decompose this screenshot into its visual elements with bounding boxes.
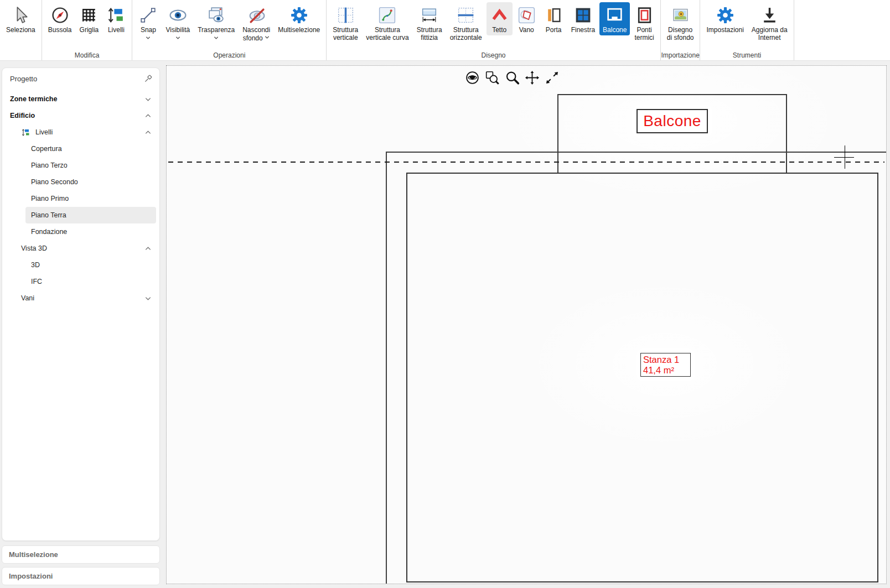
- chevron-down-icon[interactable]: [144, 294, 152, 303]
- ribbon-button-visibilita[interactable]: Visibilità: [162, 2, 193, 41]
- ribbon-group-label: Strumenti: [700, 51, 793, 59]
- view-fit-screen-button[interactable]: [544, 70, 560, 85]
- ribbon-button-label: Seleziona: [6, 27, 35, 34]
- chevron-down-icon[interactable]: [213, 35, 219, 40]
- ribbon-button-struttura-verticale-curva[interactable]: Struttura verticale curva: [363, 2, 412, 43]
- wall-curve-icon: [377, 4, 397, 25]
- tree-item-piano-primo[interactable]: Piano Primo: [2, 190, 159, 207]
- panel-multiselezione[interactable]: Multiselezione: [2, 545, 160, 564]
- door-icon: [544, 4, 563, 25]
- ribbon-button-nascondi-sfondo[interactable]: Nascondi sfondo: [239, 2, 273, 43]
- room-outline[interactable]: [406, 173, 878, 582]
- snap-icon: [138, 4, 158, 25]
- outer-wall-vertical[interactable]: [386, 152, 387, 584]
- balcony-label[interactable]: Balcone: [637, 109, 708, 133]
- ribbon-group-modifica: BussolaGrigliaLivelliModifica: [42, 0, 133, 60]
- pan-icon: [525, 70, 540, 85]
- tree-item-label: 3D: [31, 261, 40, 269]
- pin-icon[interactable]: [143, 74, 153, 84]
- level-dashed-line[interactable]: [168, 162, 884, 163]
- chevron-up-icon[interactable]: [144, 244, 152, 253]
- canvas-view-toolbar: [464, 70, 560, 85]
- tree-item-fondazione[interactable]: Fondazione: [2, 223, 159, 240]
- ribbon-button-tetto[interactable]: Tetto: [487, 2, 513, 35]
- drawing-canvas[interactable]: Balcone Stanza 1 41,4 m²: [166, 65, 887, 584]
- view-visibility-button[interactable]: [464, 70, 480, 85]
- ribbon-button-label: Multiselezione: [278, 27, 320, 34]
- wall-v-icon: [336, 4, 355, 25]
- ribbon-group-disegno: Struttura verticaleStruttura verticale c…: [327, 0, 661, 60]
- ribbon-button-porta[interactable]: Porta: [541, 2, 567, 35]
- chevron-down-icon[interactable]: [175, 35, 181, 40]
- ribbon-button-multiselezione[interactable]: Multiselezione: [275, 2, 323, 35]
- fit-screen-icon: [545, 70, 560, 85]
- ribbon-button-ponti-termici[interactable]: Ponti termici: [631, 2, 657, 43]
- ribbon-button-vano[interactable]: Vano: [514, 2, 540, 35]
- room-label[interactable]: Stanza 1 41,4 m²: [640, 353, 691, 377]
- tree-item-livelli[interactable]: Livelli: [2, 124, 159, 141]
- ribbon-button-trasparenza[interactable]: Trasparenza: [194, 2, 238, 41]
- chevron-up-icon[interactable]: [144, 112, 152, 120]
- tree-item-vista-3d[interactable]: Vista 3D: [2, 240, 159, 257]
- tree-item-piano-terzo[interactable]: Piano Terzo: [2, 157, 159, 174]
- ribbon-group: Seleziona: [0, 0, 42, 60]
- ribbon-button-seleziona[interactable]: Seleziona: [3, 2, 39, 35]
- panel-impostazioni[interactable]: Impostazioni: [2, 567, 160, 585]
- ribbon-button-label: Struttura orizzontale: [450, 27, 482, 41]
- thermal-icon: [635, 4, 654, 25]
- tree-item-edificio[interactable]: Edificio: [2, 107, 159, 124]
- outer-wall-horizontal[interactable]: [386, 152, 886, 153]
- view-zoom-selection-button[interactable]: [484, 70, 500, 85]
- chevron-down-icon[interactable]: [145, 35, 151, 40]
- ribbon-button-label: Griglia: [80, 27, 99, 34]
- ribbon-button-balcone[interactable]: Balcone: [599, 2, 630, 35]
- ribbon-button-label: Tetto: [492, 27, 506, 34]
- roof-icon: [490, 4, 509, 25]
- ribbon-button-impostazioni[interactable]: Impostazioni: [703, 2, 747, 35]
- panel-multiselezione-label: Multiselezione: [9, 550, 58, 559]
- tree-item-label: IFC: [31, 278, 42, 285]
- tree-item-piano-secondo[interactable]: Piano Secondo: [2, 174, 159, 190]
- tree-item-zone-termiche[interactable]: Zone termiche: [2, 91, 159, 107]
- ribbon-button-label: Porta: [546, 27, 562, 34]
- ribbon-button-bussola[interactable]: Bussola: [45, 2, 75, 35]
- tree-item-label: Fondazione: [31, 228, 67, 236]
- hide-bg-icon: [247, 4, 266, 25]
- view-zoom-button[interactable]: [504, 70, 520, 85]
- ribbon-button-aggiorna-da-internet[interactable]: Aggiorna da Internet: [748, 2, 791, 43]
- levels-icon: [21, 128, 30, 137]
- tree-item-label: Livelli: [35, 128, 53, 136]
- tree-item-vani[interactable]: Vani: [2, 290, 159, 306]
- chevron-up-icon[interactable]: [144, 128, 152, 137]
- ribbon-button-finestra[interactable]: Finestra: [568, 2, 598, 35]
- tree-item-piano-terra[interactable]: Piano Terra: [25, 207, 156, 223]
- tree-item-label: Piano Primo: [31, 195, 69, 202]
- gear-icon: [289, 4, 309, 25]
- ribbon-button-label: Snap: [141, 27, 156, 34]
- chevron-down-icon[interactable]: [264, 34, 270, 40]
- ribbon-group-label: Importazione: [661, 51, 700, 59]
- zoom-icon: [505, 70, 520, 85]
- ribbon-button-label: Disegno di sfondo: [667, 27, 694, 41]
- ribbon-groups: SelezionaBussolaGrigliaLivelliModificaSn…: [0, 0, 794, 60]
- ribbon-button-label: Balcone: [603, 27, 627, 34]
- ribbon-button-snap[interactable]: Snap: [135, 2, 161, 41]
- view-pan-button[interactable]: [524, 70, 540, 85]
- grid-icon: [79, 4, 99, 25]
- tree-item-copertura[interactable]: Copertura: [2, 141, 159, 157]
- transparency-icon: [206, 4, 226, 25]
- balcony-outline[interactable]: [557, 94, 787, 173]
- ribbon-button-griglia[interactable]: Griglia: [76, 2, 102, 35]
- tree-item-ifc[interactable]: IFC: [2, 273, 159, 290]
- ribbon-button-struttura-fittizia[interactable]: Struttura fittizia: [413, 2, 446, 43]
- ribbon-button-disegno-di-sfondo[interactable]: Disegno di sfondo: [664, 2, 697, 43]
- tree-item-3d[interactable]: 3D: [2, 257, 159, 273]
- ribbon-button-struttura-verticale[interactable]: Struttura verticale: [329, 2, 361, 43]
- room-area: 41,4 m²: [643, 365, 674, 376]
- chevron-down-icon[interactable]: [144, 95, 152, 103]
- wall-h-icon: [456, 4, 475, 25]
- ribbon-button-livelli[interactable]: Livelli: [103, 2, 129, 35]
- ribbon-button-struttura-orizzontale[interactable]: Struttura orizzontale: [447, 2, 485, 43]
- project-tree: Zone termicheEdificioLivelliCoperturaPia…: [2, 91, 159, 306]
- room3d-icon: [517, 4, 536, 25]
